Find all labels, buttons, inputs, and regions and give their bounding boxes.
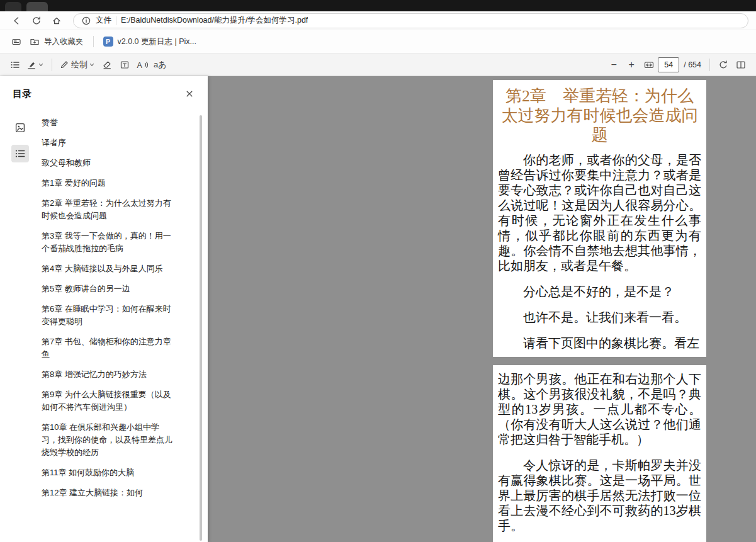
toc-item[interactable]: 第11章 如何鼓励你的大脑 (42, 466, 175, 479)
zoom-in-button[interactable]: + (623, 56, 640, 74)
refresh-icon (31, 16, 42, 26)
favorites-bar: 导入收藏夹 P v2.0.0 更新日志 | Pix... (0, 30, 756, 54)
pdf-viewport[interactable]: 第2章 举重若轻：为什么太过努力有时候也会造成问题 你的老师，或者你的父母，是否… (208, 76, 756, 542)
table-of-contents-icon (10, 60, 20, 70)
toolbar-separator (709, 59, 710, 71)
fit-to-width-button[interactable] (640, 56, 658, 74)
collections-icon (11, 37, 21, 47)
highlight-button[interactable] (24, 56, 47, 74)
fit-width-icon (644, 60, 654, 70)
pdf-page-1: 第2章 举重若轻：为什么太过努力有时候也会造成问题 你的老师，或者你的父母，是否… (493, 80, 706, 357)
home-icon (52, 16, 62, 26)
toc-sidebar: 目录 赞誉 译者序 致父母和教师 第1章 (0, 76, 208, 542)
back-icon (11, 16, 21, 26)
page-view-icon (736, 60, 746, 70)
sidebar-icon-strip (0, 111, 42, 542)
url-divider (116, 16, 116, 25)
paragraph: 也许不是。让我们来看一看。 (498, 310, 701, 325)
pdf-toolbar: 绘制 A aあ − + / 654 (0, 54, 756, 76)
paragraph: 边那个男孩。他正在和右边那个人下棋。这个男孩很没礼貌，不是吗？典型的13岁男孩。… (498, 371, 701, 447)
close-icon (184, 89, 195, 99)
draw-label: 绘制 (71, 59, 87, 71)
toc-item[interactable]: 译者序 (42, 137, 175, 149)
sidebar-scrollbar[interactable] (200, 115, 202, 541)
zoom-out-icon: − (611, 59, 617, 71)
browser-window: 文件 E:/BaiduNetdiskDownload/能力提升/学会如何学习.p… (0, 0, 756, 542)
toc-item[interactable]: 第10章 在俱乐部和兴趣小组中学习，找到你的使命，以及特里差点儿烧毁学校的经历 (42, 421, 175, 459)
import-favorites-button[interactable]: 导入收藏夹 (25, 34, 88, 50)
paragraph: 你的老师，或者你的父母，是否曾经告诉过你要集中注意力？或者是要专心致志？或许你自… (498, 152, 701, 273)
close-sidebar-button[interactable] (181, 86, 198, 102)
sidebar-body: 赞誉 译者序 致父母和教师 第1章 爱好的问题 第2章 举重若轻：为什么太过努力… (0, 111, 208, 542)
sidebar-header: 目录 (0, 76, 208, 111)
rotate-button[interactable] (714, 56, 732, 74)
toc-panel-button[interactable] (6, 56, 24, 74)
text-box-icon (120, 60, 130, 70)
translate-button[interactable]: aあ (151, 56, 169, 74)
read-aloud-button[interactable]: A (133, 56, 151, 74)
page-view-button[interactable] (732, 56, 750, 74)
paragraph: 令人惊讶的是，卡斯帕罗夫并没有赢得象棋比赛。这是一场平局。世界上最厉害的棋手居然… (498, 458, 701, 533)
add-text-button[interactable] (116, 56, 133, 74)
translate-icon: aあ (154, 59, 167, 71)
extension-favicon: P (103, 37, 113, 47)
draw-button[interactable]: 绘制 (57, 56, 98, 74)
toc-item[interactable]: 致父母和教师 (42, 157, 175, 169)
page-number-input[interactable] (658, 57, 679, 72)
pdf-page-2: 边那个男孩。他正在和右边那个人下棋。这个男孩很没礼貌，不是吗？典型的13岁男孩。… (493, 365, 706, 542)
toc-item[interactable]: 第12章 建立大脑链接：如何 (42, 487, 175, 499)
read-aloud-icon: A (137, 60, 149, 70)
import-folder-icon (30, 37, 40, 47)
favorites-separator (93, 36, 94, 47)
paragraph: 请看下页图中的象棋比赛。看左 (498, 336, 701, 351)
sidebar-title: 目录 (13, 88, 31, 100)
erase-button[interactable] (98, 56, 116, 74)
main-area: 目录 赞誉 译者序 致父母和教师 第1章 (0, 76, 756, 542)
import-favorites-label: 导入收藏夹 (44, 37, 84, 47)
rotate-icon (718, 60, 728, 70)
toc-item[interactable]: 第7章 书包、储物柜和你的注意力章鱼 (42, 336, 175, 361)
home-button[interactable] (48, 13, 65, 28)
thumbnails-icon (14, 122, 26, 133)
eraser-icon (102, 60, 112, 70)
info-icon (81, 16, 91, 26)
browser-tab-active[interactable] (26, 2, 48, 11)
zoom-in-icon: + (629, 59, 635, 71)
toc-item[interactable]: 第4章 大脑链接以及与外星人同乐 (42, 263, 175, 275)
paragraph: 分心总是不好的，是不是？ (498, 284, 701, 299)
toc-item[interactable]: 第2章 举重若轻：为什么太过努力有时候也会造成问题 (42, 197, 175, 222)
chevron-down-icon (37, 61, 45, 69)
zoom-out-button[interactable]: − (605, 56, 623, 74)
toc-list: 赞誉 译者序 致父母和教师 第1章 爱好的问题 第2章 举重若轻：为什么太过努力… (42, 111, 175, 542)
toc-item[interactable]: 第1章 爱好的问题 (42, 177, 175, 189)
refresh-button[interactable] (28, 13, 45, 28)
thumbnails-tab-button[interactable] (11, 119, 29, 137)
svg-text:A: A (137, 60, 142, 69)
tab-strip (0, 0, 756, 11)
toc-item[interactable]: 第5章 教师讲台的另一边 (42, 283, 175, 295)
bookmark-label: v2.0.0 更新日志 | Pix... (118, 37, 197, 47)
browser-tab[interactable] (5, 2, 21, 11)
url-text: E:/BaiduNetdiskDownload/能力提升/学会如何学习.pdf (121, 15, 308, 26)
url-field[interactable]: 文件 E:/BaiduNetdiskDownload/能力提升/学会如何学习.p… (73, 13, 748, 28)
bookmark-item[interactable]: P v2.0.0 更新日志 | Pix... (99, 34, 201, 50)
page-total-label: / 654 (684, 60, 701, 69)
toc-item[interactable]: 第6章 在睡眠中学习：如何在醒来时变得更聪明 (42, 303, 175, 328)
toc-item[interactable]: 第9章 为什么大脑链接很重要（以及如何不将汽车倒进沟里） (42, 388, 175, 414)
pen-icon (59, 60, 69, 70)
outline-tab-button[interactable] (11, 145, 29, 162)
chevron-down-icon (88, 61, 96, 69)
back-button[interactable] (8, 13, 25, 28)
outline-list-icon (14, 148, 26, 159)
highlighter-icon (26, 60, 37, 70)
toolbar-separator (52, 59, 52, 71)
toc-item[interactable]: 第3章 我等一下会做的，真的！用一个番茄战胜拖拉的毛病 (42, 230, 175, 255)
chapter-title: 第2章 举重若轻：为什么太过努力有时候也会造成问题 (498, 86, 701, 145)
address-bar: 文件 E:/BaiduNetdiskDownload/能力提升/学会如何学习.p… (0, 11, 756, 30)
url-scheme-label: 文件 (96, 15, 111, 26)
toc-item[interactable]: 赞誉 (42, 116, 175, 129)
toc-item[interactable]: 第8章 增强记忆力的巧妙方法 (42, 368, 175, 381)
collections-button[interactable] (8, 34, 25, 49)
